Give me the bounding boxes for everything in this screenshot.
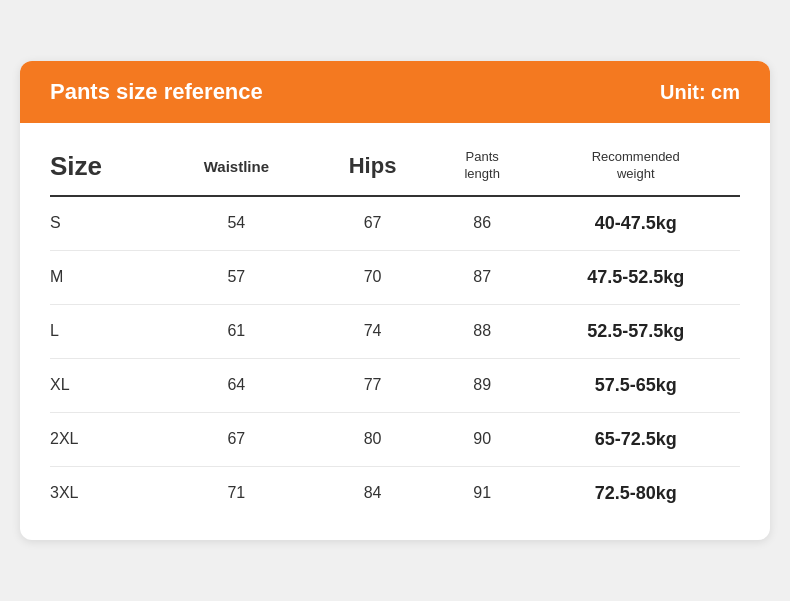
col-header-size: Size xyxy=(50,133,160,196)
cell-waistline: 61 xyxy=(160,304,312,358)
table-header-row: Size Waistline Hips Pantslength Recommen… xyxy=(50,133,740,196)
table-row: S54678640-47.5kg xyxy=(50,196,740,251)
cell-size: S xyxy=(50,196,160,251)
cell-waistline: 57 xyxy=(160,250,312,304)
cell-hips: 74 xyxy=(312,304,433,358)
cell-pants-length: 86 xyxy=(433,196,532,251)
cell-hips: 67 xyxy=(312,196,433,251)
cell-hips: 80 xyxy=(312,412,433,466)
cell-size: 2XL xyxy=(50,412,160,466)
cell-pants-length: 91 xyxy=(433,466,532,520)
cell-pants-length: 90 xyxy=(433,412,532,466)
cell-weight: 47.5-52.5kg xyxy=(532,250,741,304)
cell-size: XL xyxy=(50,358,160,412)
cell-weight: 57.5-65kg xyxy=(532,358,741,412)
cell-weight: 40-47.5kg xyxy=(532,196,741,251)
cell-size: L xyxy=(50,304,160,358)
cell-waistline: 64 xyxy=(160,358,312,412)
cell-pants-length: 87 xyxy=(433,250,532,304)
cell-weight: 72.5-80kg xyxy=(532,466,741,520)
cell-waistline: 54 xyxy=(160,196,312,251)
cell-pants-length: 89 xyxy=(433,358,532,412)
cell-hips: 84 xyxy=(312,466,433,520)
table-row: XL64778957.5-65kg xyxy=(50,358,740,412)
card-header: Pants size reference Unit: cm xyxy=(20,61,770,123)
cell-waistline: 71 xyxy=(160,466,312,520)
table-row: 3XL71849172.5-80kg xyxy=(50,466,740,520)
header-unit: Unit: cm xyxy=(660,81,740,104)
cell-size: 3XL xyxy=(50,466,160,520)
header-title: Pants size reference xyxy=(50,79,263,105)
table-container: Size Waistline Hips Pantslength Recommen… xyxy=(20,123,770,540)
col-header-pants-length: Pantslength xyxy=(433,133,532,196)
table-row: M57708747.5-52.5kg xyxy=(50,250,740,304)
col-header-hips: Hips xyxy=(312,133,433,196)
pants-size-card: Pants size reference Unit: cm Size Waist… xyxy=(20,61,770,540)
cell-pants-length: 88 xyxy=(433,304,532,358)
table-row: 2XL67809065-72.5kg xyxy=(50,412,740,466)
table-row: L61748852.5-57.5kg xyxy=(50,304,740,358)
size-table: Size Waistline Hips Pantslength Recommen… xyxy=(50,133,740,520)
col-header-weight: Recommendedweight xyxy=(532,133,741,196)
table-body: S54678640-47.5kgM57708747.5-52.5kgL61748… xyxy=(50,196,740,520)
cell-hips: 70 xyxy=(312,250,433,304)
cell-size: M xyxy=(50,250,160,304)
cell-weight: 52.5-57.5kg xyxy=(532,304,741,358)
col-header-waistline: Waistline xyxy=(160,133,312,196)
cell-waistline: 67 xyxy=(160,412,312,466)
cell-weight: 65-72.5kg xyxy=(532,412,741,466)
cell-hips: 77 xyxy=(312,358,433,412)
